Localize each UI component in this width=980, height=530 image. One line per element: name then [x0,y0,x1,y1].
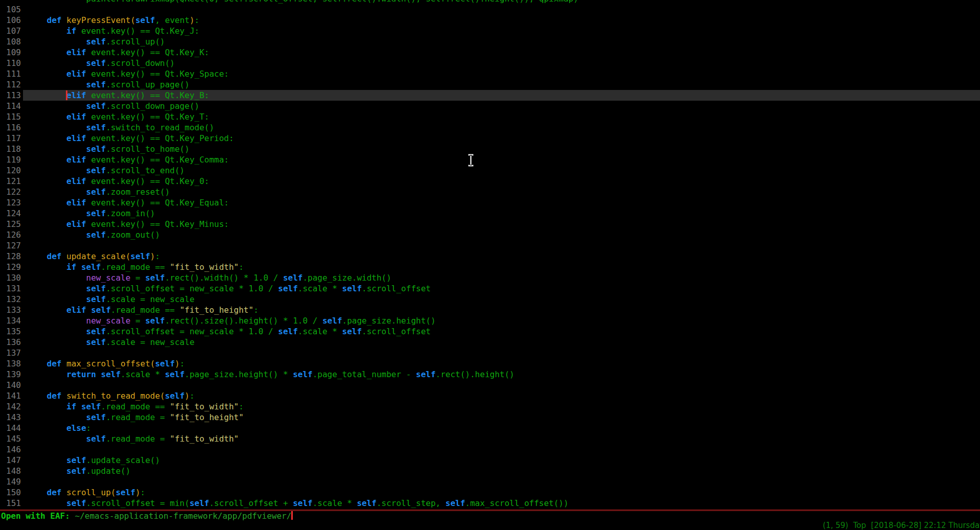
minibuffer-input[interactable]: ~/emacs-application-framework/app/pdfvie… [75,511,292,521]
line-number: 140 [0,380,21,390]
code-line-107[interactable]: 107 if event.key() == Qt.Key_J: [0,26,980,36]
code-line-131[interactable]: 131 self.scroll_offset = new_scale * 1.0… [0,283,980,294]
code-line-125[interactable]: 125 elif event.key() == Qt.Key_Minus: [0,219,980,229]
line-number: 106 [0,15,21,26]
code-line-137[interactable]: 137 [0,348,980,358]
code-text: self.scroll_to_end() [27,165,184,176]
code-text: def update_scale(self): [27,251,160,262]
line-number: 146 [0,444,21,455]
code-line-118[interactable]: 118 self.scroll_to_home() [0,144,980,154]
code-text: elif event.key() == Qt.Key_Minus: [27,219,229,229]
line-number: 127 [0,240,21,251]
line-number: 148 [0,466,21,476]
line-number: 138 [0,358,21,369]
code-line-134[interactable]: 134 new_scale = self.rect().size().heigh… [0,315,980,326]
line-number: 130 [0,272,21,283]
code-line-112[interactable]: 112 self.scroll_up_page() [0,79,980,90]
line-number: 114 [0,101,21,111]
code-line-111[interactable]: 111 elif event.key() == Qt.Key_Space: [0,68,980,79]
code-line-149[interactable]: 149 [0,476,980,487]
line-number: 136 [0,337,21,348]
code-line-115[interactable]: 115 elif event.key() == Qt.Key_T: [0,111,980,122]
code-line-120[interactable]: 120 self.scroll_to_end() [0,165,980,176]
line-number: 137 [0,348,21,358]
line-number: 131 [0,283,21,294]
line-number: 133 [0,305,21,315]
code-text: if event.key() == Qt.Key_J: [27,26,199,36]
code-text: def scroll_up(self): [27,487,145,498]
code-text: self.scale = new_scale [27,294,195,305]
code-line-127[interactable]: 127 [0,240,980,251]
code-line-145[interactable]: 145 self.read_mode = "fit_to_width" [0,433,980,444]
code-line-141[interactable]: 141 def switch_to_read_mode(self): [0,390,980,401]
code-line-109[interactable]: 109 elif event.key() == Qt.Key_K: [0,47,980,58]
line-number: 116 [0,122,21,133]
code-line-106[interactable]: 106 def keyPressEvent(self, event): [0,15,980,26]
code-text: elif event.key() == Qt.Key_B: [27,90,209,101]
code-text: self.scroll_offset = min(self.scroll_off… [27,498,569,509]
code-line-122[interactable]: 122 self.zoom_reset() [0,187,980,197]
code-line-135[interactable]: 135 self.scroll_offset = new_scale * 1.0… [0,326,980,337]
code-text: elif event.key() == Qt.Key_T: [27,111,209,122]
code-line-110[interactable]: 110 self.scroll_down() [0,58,980,68]
line-number: 120 [0,165,21,176]
code-line-105[interactable]: 105 [0,4,980,15]
code-line-128[interactable]: 128 def update_scale(self): [0,251,980,262]
code-line-146[interactable]: 146 [0,444,980,455]
mouse-ibeam-cursor [466,153,475,168]
line-number: 135 [0,326,21,337]
code-line-130[interactable]: 130 new_scale = self.rect().width() * 1.… [0,272,980,283]
code-line-148[interactable]: 148 self.update() [0,466,980,476]
code-text: def max_scroll_offset(self): [27,358,184,369]
code-line-132[interactable]: 132 self.scale = new_scale [0,294,980,305]
code-line-126[interactable]: 126 self.zoom_out() [0,229,980,240]
minibuffer[interactable]: Open with EAF: ~/emacs-application-frame… [1,511,293,521]
code-line-138[interactable]: 138 def max_scroll_offset(self): [0,358,980,369]
line-number: 118 [0,144,21,154]
line-number: 149 [0,476,21,487]
code-line-108[interactable]: 108 self.scroll_up() [0,36,980,47]
code-line-136[interactable]: 136 self.scale = new_scale [0,337,980,348]
code-line-129[interactable]: 129 if self.read_mode == "fit_to_width": [0,262,980,272]
minibuffer-prompt: Open with EAF: [1,511,75,521]
line-number: 132 [0,294,21,305]
code-line-142[interactable]: 142 if self.read_mode == "fit_to_width": [0,401,980,412]
code-buffer[interactable]: painter.drawPixmap(QRect(0, self.scroll_… [0,4,980,509]
line-number: 113 [0,90,21,101]
code-line-150[interactable]: 150 def scroll_up(self): [0,487,980,498]
code-line-133[interactable]: 133 elif self.read_mode == "fit_to_heigh… [0,305,980,315]
code-text: elif event.key() == Qt.Key_Period: [27,133,234,144]
code-text: elif event.key() == Qt.Key_0: [27,176,209,187]
code-text: self.scroll_up_page() [27,79,190,90]
line-number: 109 [0,47,21,58]
code-line-113[interactable]: 113 elif event.key() == Qt.Key_B: [0,90,980,101]
line-number: 126 [0,229,21,240]
code-line-124[interactable]: 124 self.zoom_in() [0,208,980,219]
code-line-147[interactable]: 147 self.update_scale() [0,455,980,466]
code-line-116[interactable]: 116 self.switch_to_read_mode() [0,122,980,133]
code-line-123[interactable]: 123 elif event.key() == Qt.Key_Equal: [0,197,980,208]
code-line-121[interactable]: 121 elif event.key() == Qt.Key_0: [0,176,980,187]
line-number: 139 [0,369,21,380]
code-text: self.read_mode = "fit_to_width" [27,433,239,444]
code-line-151[interactable]: 151 self.scroll_offset = min(self.scroll… [0,498,980,509]
code-line-119[interactable]: 119 elif event.key() == Qt.Key_Comma: [0,154,980,165]
code-line-140[interactable]: 140 [0,380,980,390]
line-number: 134 [0,315,21,326]
code-line-143[interactable]: 143 self.read_mode = "fit_to_height" [0,412,980,423]
line-number: 115 [0,111,21,122]
code-line-114[interactable]: 114 self.scroll_down_page() [0,101,980,111]
code-text: elif event.key() == Qt.Key_Space: [27,68,229,79]
line-number: 110 [0,58,21,68]
code-line-117[interactable]: 117 elif event.key() == Qt.Key_Period: [0,133,980,144]
code-text: def switch_to_read_mode(self): [27,390,195,401]
line-number: 112 [0,79,21,90]
code-text: self.scroll_offset = new_scale * 1.0 / s… [27,283,431,294]
line-number: 145 [0,433,21,444]
line-number: 121 [0,176,21,187]
code-text: return self.scale * self.page_size.heigh… [27,369,515,380]
code-line-144[interactable]: 144 else: [0,423,980,433]
line-number: 128 [0,251,21,262]
line-number: 150 [0,487,21,498]
code-line-139[interactable]: 139 return self.scale * self.page_size.h… [0,369,980,380]
